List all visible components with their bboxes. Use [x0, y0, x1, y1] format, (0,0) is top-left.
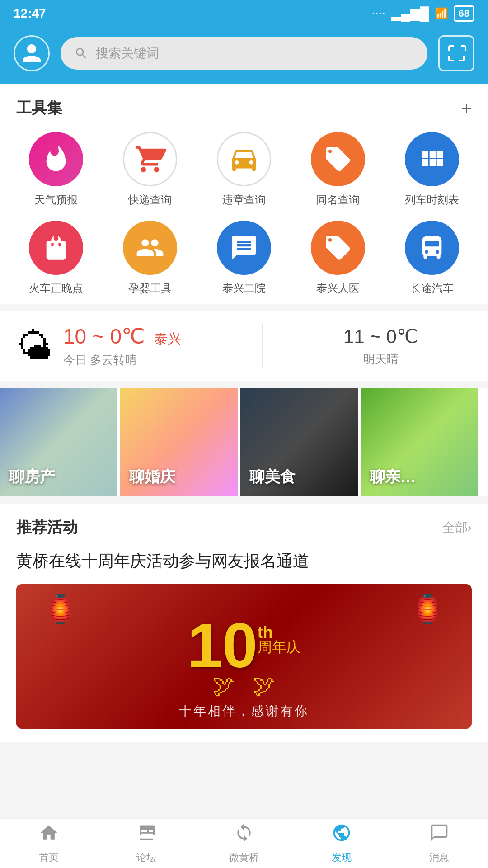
cart-icon [134, 143, 166, 175]
tool-train-schedule-label: 列车时刻表 [405, 193, 459, 207]
tool-hospital2-icon-circle [217, 221, 271, 275]
tool-baby[interactable]: 孕婴工具 [103, 221, 197, 295]
bus-icon [418, 233, 446, 262]
weather-today: 10 ~ 0℃ 泰兴 今日 多云转晴 [63, 324, 263, 368]
qr-scan-icon [446, 42, 467, 64]
tool-long-bus-icon-circle [405, 221, 459, 275]
activities-title: 推荐活动 [16, 517, 78, 538]
nav-micro-label: 微黄桥 [229, 851, 259, 864]
tools-row-2: 火车正晚点 孕婴工具 泰兴二院 泰兴人医 长途汽 [0, 216, 488, 304]
tool-violation-label: 违章查询 [222, 193, 266, 207]
tool-hospital2[interactable]: 泰兴二院 [197, 221, 291, 295]
tag-icon [324, 145, 352, 174]
tools-add-button[interactable]: + [461, 99, 472, 117]
lantern-right-icon: 🏮 [411, 593, 445, 625]
discover-icon [332, 823, 352, 847]
status-time: 12:47 [14, 6, 46, 21]
bottom-nav: 首页 论坛 微黄桥 发现 消息 [0, 818, 488, 868]
forum-icon [136, 823, 156, 847]
tool-express-icon-circle [123, 132, 177, 186]
tool-hospital1-icon-circle [311, 221, 365, 275]
tools-row-1: 天气预报 快递查询 违章查询 同名查询 列车时刻 [0, 127, 488, 216]
signal-icon: ···· [372, 9, 386, 19]
banner-subtitle: 周年庆 [258, 637, 301, 657]
lantern-left-icon: 🏮 [43, 593, 77, 625]
tools-header: 工具集 + [0, 84, 488, 127]
grid-icon [418, 145, 446, 174]
nav-messages-label: 消息 [429, 851, 449, 864]
messages-icon [429, 823, 449, 847]
battery-icon: 68 [454, 5, 474, 22]
cat-real-estate-label: 聊房产 [9, 467, 55, 487]
activities-section: 推荐活动 全部› 黄桥在线十周年庆活动参与网友报名通道 🏮 🏮 10 th 周年… [0, 504, 488, 742]
status-right: ···· ▂▄▆█ 📶 68 [372, 5, 474, 22]
tool-train-delay[interactable]: 火车正晚点 [9, 221, 103, 295]
cat-matchmaking[interactable]: 聊亲… [361, 388, 478, 496]
tool-weather-label: 天气预报 [34, 193, 78, 207]
tag2-icon [324, 233, 352, 262]
nav-home-label: 首页 [39, 851, 59, 864]
tool-hospital1-label: 泰兴人医 [316, 281, 360, 295]
weather-today-desc: 今日 多云转晴 [63, 352, 245, 368]
tool-train-schedule[interactable]: 列车时刻表 [385, 132, 479, 207]
tool-baby-label: 孕婴工具 [128, 281, 172, 295]
micro-icon [234, 823, 254, 847]
tool-name-lookup-label: 同名查询 [316, 193, 360, 207]
activity-banner[interactable]: 🏮 🏮 10 th 周年庆 🕊 🕊 十年相伴，感谢有你 [16, 584, 472, 729]
avatar-icon[interactable] [14, 35, 50, 71]
nav-home[interactable]: 首页 [0, 819, 98, 868]
tool-name-lookup-icon-circle [311, 132, 365, 186]
activity-item-title: 黄桥在线十周年庆活动参与网友报名通道 [16, 549, 472, 573]
cat-food[interactable]: 聊美食 [240, 388, 358, 496]
tool-express-label: 快递查询 [128, 193, 172, 207]
nav-forum-label: 论坛 [136, 851, 156, 864]
tool-express[interactable]: 快递查询 [103, 132, 197, 207]
status-bar: 12:47 ···· ▂▄▆█ 📶 68 [0, 0, 488, 27]
tool-weather[interactable]: 天气预报 [9, 132, 103, 207]
cat-wedding[interactable]: 聊婚庆 [120, 388, 238, 496]
weather-tomorrow: 11 ~ 0℃ 明天晴 [273, 326, 472, 367]
category-cards: 聊房产 聊婚庆 聊美食 聊亲… [0, 388, 488, 496]
cat-wedding-label: 聊婚庆 [129, 467, 175, 487]
chat-icon [230, 233, 258, 262]
tool-baby-icon-circle [123, 221, 177, 275]
weather-city: 泰兴 [154, 331, 181, 346]
nav-messages[interactable]: 消息 [390, 819, 488, 868]
tool-weather-icon-circle [29, 132, 83, 186]
weather-tomorrow-desc: 明天晴 [290, 351, 472, 367]
tool-violation[interactable]: 违章查询 [197, 132, 291, 207]
car-icon [228, 143, 260, 175]
tool-train-delay-icon-circle [29, 221, 83, 275]
banner-content: 10 th 周年庆 🕊 🕊 [187, 614, 301, 699]
tools-title: 工具集 [16, 98, 62, 118]
weather-today-temp-row: 10 ~ 0℃ 泰兴 [63, 324, 245, 349]
tool-hospital1[interactable]: 泰兴人医 [291, 221, 385, 295]
tool-hospital2-label: 泰兴二院 [222, 281, 266, 295]
dove-left-icon: 🕊 [212, 673, 235, 699]
bag-icon [42, 233, 70, 262]
qr-icon[interactable] [438, 35, 474, 71]
category-section: 聊房产 聊婚庆 聊美食 聊亲… [0, 388, 488, 496]
wifi-icon: 📶 [435, 7, 448, 20]
home-icon [39, 823, 59, 847]
header: 搜索关键词 [0, 27, 488, 84]
fire-icon [42, 145, 70, 174]
tool-train-delay-label: 火车正晚点 [29, 281, 83, 295]
signal-bars-icon: ▂▄▆█ [391, 6, 429, 21]
tool-violation-icon-circle [217, 132, 271, 186]
cat-real-estate[interactable]: 聊房产 [0, 388, 117, 496]
nav-forum[interactable]: 论坛 [98, 819, 195, 868]
activities-header: 推荐活动 全部› [16, 517, 472, 538]
activities-more-button[interactable]: 全部› [442, 519, 472, 536]
tool-long-bus[interactable]: 长途汽车 [385, 221, 479, 295]
tool-name-lookup[interactable]: 同名查询 [291, 132, 385, 207]
search-bar[interactable]: 搜索关键词 [61, 37, 427, 70]
search-placeholder: 搜索关键词 [96, 45, 159, 62]
nav-discover[interactable]: 发现 [293, 819, 390, 868]
dove-right-icon: 🕊 [253, 673, 276, 699]
tool-train-schedule-icon-circle [405, 132, 459, 186]
nav-discover-label: 发现 [332, 851, 352, 864]
weather-tomorrow-temp: 11 ~ 0℃ [290, 326, 472, 348]
tool-long-bus-label: 长途汽车 [410, 281, 454, 295]
nav-micro[interactable]: 微黄桥 [195, 819, 293, 868]
